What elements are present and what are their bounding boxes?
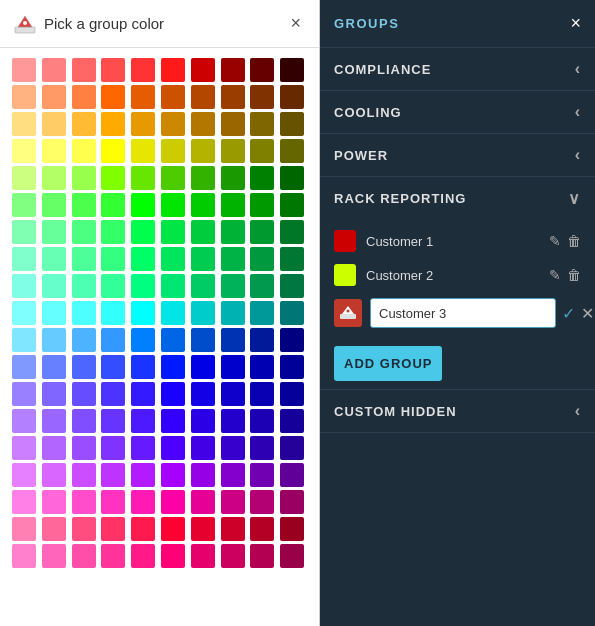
color-swatch[interactable] — [131, 193, 155, 217]
color-swatch[interactable] — [280, 220, 304, 244]
color-swatch[interactable] — [280, 355, 304, 379]
color-swatch[interactable] — [280, 328, 304, 352]
color-swatch[interactable] — [250, 193, 274, 217]
color-swatch[interactable] — [250, 517, 274, 541]
color-swatch[interactable] — [221, 382, 245, 406]
color-swatch[interactable] — [42, 355, 66, 379]
color-swatch[interactable] — [12, 139, 36, 163]
color-swatch[interactable] — [161, 274, 185, 298]
color-swatch[interactable] — [221, 517, 245, 541]
color-swatch[interactable] — [12, 85, 36, 109]
color-swatch[interactable] — [101, 382, 125, 406]
color-swatch[interactable] — [131, 220, 155, 244]
customer1-delete-icon[interactable]: 🗑 — [567, 233, 581, 249]
color-swatch[interactable] — [101, 193, 125, 217]
color-swatch[interactable] — [221, 274, 245, 298]
color-swatch[interactable] — [191, 274, 215, 298]
color-swatch[interactable] — [42, 382, 66, 406]
color-swatch[interactable] — [221, 193, 245, 217]
color-swatch[interactable] — [280, 166, 304, 190]
color-swatch[interactable] — [131, 247, 155, 271]
color-swatch[interactable] — [250, 220, 274, 244]
color-swatch[interactable] — [12, 436, 36, 460]
color-swatch[interactable] — [280, 436, 304, 460]
color-swatch[interactable] — [280, 193, 304, 217]
color-swatch[interactable] — [72, 436, 96, 460]
color-swatch[interactable] — [42, 139, 66, 163]
color-swatch[interactable] — [12, 247, 36, 271]
color-swatch[interactable] — [42, 166, 66, 190]
color-swatch[interactable] — [131, 58, 155, 82]
color-swatch[interactable] — [191, 355, 215, 379]
customer3-confirm-icon[interactable]: ✓ — [562, 304, 575, 323]
color-swatch[interactable] — [191, 463, 215, 487]
color-swatch[interactable] — [42, 193, 66, 217]
color-swatch[interactable] — [250, 247, 274, 271]
color-swatch[interactable] — [161, 193, 185, 217]
color-swatch[interactable] — [42, 517, 66, 541]
section-power-header[interactable]: POWER ‹ — [320, 134, 595, 176]
color-swatch[interactable] — [250, 58, 274, 82]
color-swatch[interactable] — [250, 355, 274, 379]
color-swatch[interactable] — [42, 58, 66, 82]
color-swatch[interactable] — [250, 112, 274, 136]
color-swatch[interactable] — [250, 382, 274, 406]
color-swatch[interactable] — [131, 355, 155, 379]
color-swatch[interactable] — [221, 409, 245, 433]
color-swatch[interactable] — [191, 166, 215, 190]
color-swatch[interactable] — [221, 544, 245, 568]
color-swatch[interactable] — [131, 328, 155, 352]
color-swatch[interactable] — [42, 328, 66, 352]
color-swatch[interactable] — [161, 355, 185, 379]
color-swatch[interactable] — [12, 544, 36, 568]
color-swatch[interactable] — [191, 112, 215, 136]
color-swatch[interactable] — [280, 382, 304, 406]
color-swatch[interactable] — [12, 490, 36, 514]
color-swatch[interactable] — [101, 328, 125, 352]
color-swatch[interactable] — [161, 247, 185, 271]
section-custom-hidden-header[interactable]: CUSTOM HIDDEN ‹ — [320, 390, 595, 432]
color-swatch[interactable] — [101, 436, 125, 460]
color-swatch[interactable] — [12, 328, 36, 352]
color-swatch[interactable] — [250, 544, 274, 568]
customer3-cancel-icon[interactable]: ✕ — [581, 304, 594, 323]
color-swatch[interactable] — [131, 274, 155, 298]
color-swatch[interactable] — [161, 112, 185, 136]
color-swatch[interactable] — [131, 85, 155, 109]
color-swatch[interactable] — [72, 544, 96, 568]
color-swatch[interactable] — [161, 328, 185, 352]
color-swatch[interactable] — [101, 220, 125, 244]
color-swatch[interactable] — [72, 328, 96, 352]
color-swatch[interactable] — [221, 463, 245, 487]
color-swatch[interactable] — [72, 85, 96, 109]
color-swatch[interactable] — [191, 409, 215, 433]
color-swatch[interactable] — [72, 220, 96, 244]
color-swatch[interactable] — [191, 301, 215, 325]
color-swatch[interactable] — [161, 436, 185, 460]
color-swatch[interactable] — [221, 436, 245, 460]
color-swatch[interactable] — [101, 517, 125, 541]
color-swatch[interactable] — [191, 382, 215, 406]
color-swatch[interactable] — [161, 490, 185, 514]
close-picker-button[interactable]: × — [286, 13, 305, 34]
color-swatch[interactable] — [42, 274, 66, 298]
color-swatch[interactable] — [101, 85, 125, 109]
color-swatch[interactable] — [42, 409, 66, 433]
color-swatch[interactable] — [12, 220, 36, 244]
customer2-edit-icon[interactable]: ✎ — [549, 267, 561, 283]
color-swatch[interactable] — [280, 247, 304, 271]
color-swatch[interactable] — [72, 193, 96, 217]
color-swatch[interactable] — [72, 409, 96, 433]
color-swatch[interactable] — [101, 355, 125, 379]
color-swatch[interactable] — [12, 382, 36, 406]
color-swatch[interactable] — [191, 490, 215, 514]
color-swatch[interactable] — [161, 409, 185, 433]
color-swatch[interactable] — [161, 517, 185, 541]
color-swatch[interactable] — [191, 139, 215, 163]
color-swatch[interactable] — [101, 463, 125, 487]
color-swatch[interactable] — [131, 382, 155, 406]
color-swatch[interactable] — [221, 85, 245, 109]
color-swatch[interactable] — [191, 85, 215, 109]
color-swatch[interactable] — [72, 517, 96, 541]
color-swatch[interactable] — [12, 58, 36, 82]
